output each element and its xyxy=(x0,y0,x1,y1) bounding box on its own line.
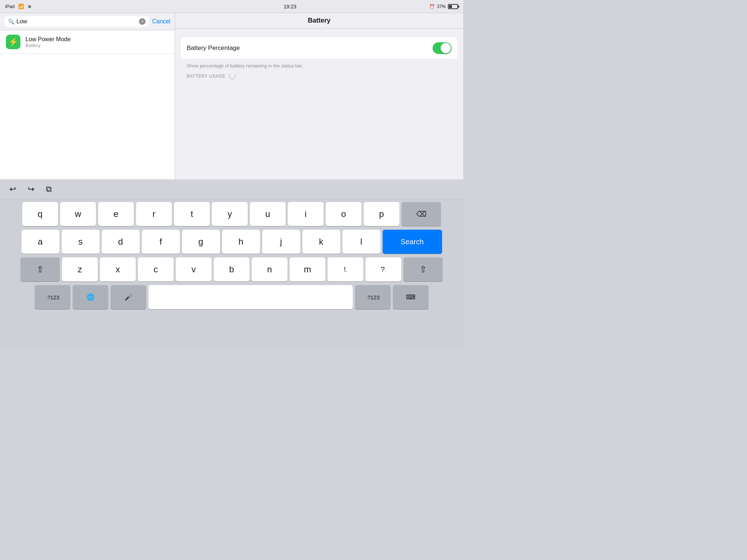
loading-spinner xyxy=(229,73,236,79)
numeric-key-left[interactable]: .?123 xyxy=(35,285,70,309)
keyboard-row-2: a s d f g h j k l Search xyxy=(1,230,462,254)
battery-icon xyxy=(448,4,458,9)
battery-usage-row: BATTERY USAGE xyxy=(181,70,457,82)
keyboard-rows: q w e r t y u i o p ⌫ a s d f g h j k l … xyxy=(0,199,463,309)
search-input-wrapper[interactable]: 🔍 × xyxy=(4,16,149,27)
result-icon-symbol: ⚡ xyxy=(8,37,18,47)
key-o[interactable]: o xyxy=(326,202,361,226)
settings-card: Battery Percentage xyxy=(181,37,457,59)
status-bar-center: 19:23 xyxy=(175,4,405,9)
cancel-button[interactable]: Cancel xyxy=(152,18,170,25)
settings-content: Battery Percentage Show percentage of ba… xyxy=(175,28,463,91)
shift-right-key[interactable]: ⇧ xyxy=(403,257,443,281)
key-n[interactable]: n xyxy=(252,257,287,281)
status-bar-right: ⏰ 37% xyxy=(405,4,463,9)
search-results: ⚡ Low Power Mode Battery xyxy=(0,30,175,179)
key-t[interactable]: t xyxy=(174,202,210,226)
battery-percentage-label: Battery Percentage xyxy=(187,44,240,52)
key-j[interactable]: j xyxy=(262,230,300,254)
space-key[interactable] xyxy=(148,285,353,309)
key-e[interactable]: e xyxy=(98,202,134,226)
result-icon: ⚡ xyxy=(6,35,20,49)
key-u[interactable]: u xyxy=(250,202,286,226)
search-input[interactable] xyxy=(16,18,137,25)
key-f[interactable]: f xyxy=(142,230,180,254)
battery-usage-label: BATTERY USAGE xyxy=(187,74,225,79)
keyboard-row-1: q w e r t y u i o p ⌫ xyxy=(1,202,462,226)
alarm-icon: ⏰ xyxy=(429,4,435,9)
key-question[interactable]: ?. xyxy=(365,257,401,281)
key-b[interactable]: b xyxy=(214,257,249,281)
battery-percent: 37% xyxy=(437,4,446,9)
signal-icon: ⊕ xyxy=(28,4,31,9)
settings-header: Battery xyxy=(175,13,463,28)
battery-percentage-row: Battery Percentage xyxy=(181,37,457,59)
battery-fill xyxy=(449,5,452,8)
result-text: Low Power Mode Battery xyxy=(26,36,71,48)
key-z[interactable]: z xyxy=(62,257,98,281)
toggle-thumb xyxy=(441,43,451,53)
key-d[interactable]: d xyxy=(102,230,140,254)
paste-button[interactable]: ⧉ xyxy=(44,182,54,196)
key-g[interactable]: g xyxy=(182,230,220,254)
key-c[interactable]: c xyxy=(138,257,174,281)
settings-panel: Battery Battery Percentage Show percenta… xyxy=(175,13,463,179)
key-w[interactable]: w xyxy=(60,202,96,226)
key-p[interactable]: p xyxy=(364,202,399,226)
result-subtitle: Battery xyxy=(26,43,71,48)
key-a[interactable]: a xyxy=(22,230,59,254)
mic-key[interactable]: 🎤 xyxy=(111,285,146,309)
key-s[interactable]: s xyxy=(62,230,100,254)
keyboard-toolbar: ↩ ↪ ⧉ xyxy=(0,179,463,199)
numeric-key-right[interactable]: .?123 xyxy=(355,285,391,309)
battery-description: Show percentage of battery remaining in … xyxy=(181,59,457,70)
result-title: Low Power Mode xyxy=(26,36,71,43)
key-v[interactable]: v xyxy=(176,257,212,281)
keyboard-area: ↩ ↪ ⧉ q w e r t y u i o p ⌫ a s d f g h … xyxy=(0,179,463,347)
page-title: Battery xyxy=(308,17,330,24)
battery-percentage-toggle[interactable] xyxy=(433,42,452,54)
key-i[interactable]: i xyxy=(288,202,324,226)
search-bar: 🔍 × Cancel xyxy=(0,13,175,30)
key-k[interactable]: k xyxy=(302,230,340,254)
search-icon: 🔍 xyxy=(8,19,14,24)
globe-key[interactable]: 🌐 xyxy=(73,285,108,309)
search-panel: 🔍 × Cancel ⚡ Low Power Mode Battery xyxy=(0,13,175,179)
main-content: 🔍 × Cancel ⚡ Low Power Mode Battery Batt… xyxy=(0,13,463,179)
backspace-key[interactable]: ⌫ xyxy=(402,202,441,226)
time-display: 19:23 xyxy=(283,4,296,9)
hide-keyboard-key[interactable]: ⌨ xyxy=(393,285,429,309)
key-r[interactable]: r xyxy=(136,202,172,226)
battery-icon-container xyxy=(448,4,458,9)
device-label: iPad xyxy=(5,4,15,9)
key-q[interactable]: q xyxy=(22,202,58,226)
key-h[interactable]: h xyxy=(222,230,260,254)
undo-button[interactable]: ↩ xyxy=(7,182,18,196)
key-x[interactable]: x xyxy=(100,257,136,281)
keyboard-row-3: ⇧ z x c v b n m !, ?. ⇧ xyxy=(1,257,462,281)
key-m[interactable]: m xyxy=(290,257,325,281)
key-y[interactable]: y xyxy=(212,202,248,226)
search-result-item[interactable]: ⚡ Low Power Mode Battery xyxy=(0,30,175,54)
clear-button[interactable]: × xyxy=(139,18,146,25)
redo-button[interactable]: ↪ xyxy=(26,182,36,196)
keyboard-row-bottom: .?123 🌐 🎤 .?123 ⌨ xyxy=(1,285,462,309)
key-exclaim[interactable]: !, xyxy=(328,257,363,281)
search-key[interactable]: Search xyxy=(383,230,442,254)
status-bar: iPad 📶 ⊕ 19:23 ⏰ 37% xyxy=(0,0,463,13)
key-l[interactable]: l xyxy=(342,230,380,254)
status-bar-left: iPad 📶 ⊕ xyxy=(0,4,175,9)
wifi-icon: 📶 xyxy=(18,4,24,9)
shift-left-key[interactable]: ⇧ xyxy=(20,257,60,281)
